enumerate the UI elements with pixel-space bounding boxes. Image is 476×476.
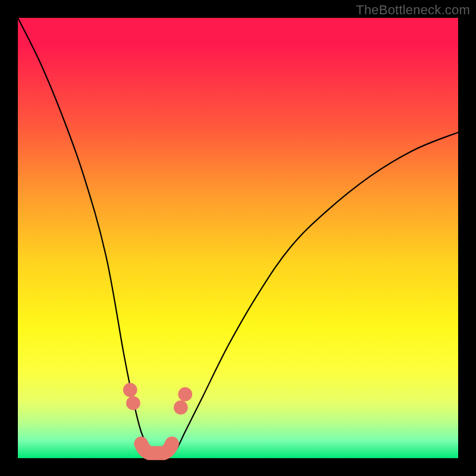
left-lower-dot [126,396,140,411]
right-lower-dot [174,400,188,415]
chart-frame: TheBottleneck.com [0,0,476,476]
bottom-band [141,444,172,453]
plot-area [18,18,458,458]
watermark-text: TheBottleneck.com [356,2,470,18]
right-upper-dot [178,387,192,402]
marker-group [123,383,192,414]
marker-layer [18,18,458,458]
left-upper-dot [123,383,137,397]
